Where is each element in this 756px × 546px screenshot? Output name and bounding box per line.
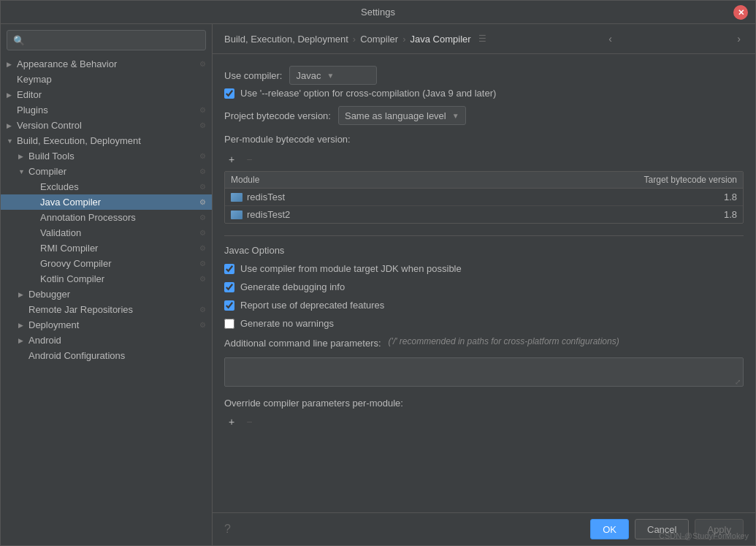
nav-back-button[interactable]: ‹ bbox=[606, 31, 615, 46]
additional-params-row: Additional command line parameters: ('/'… bbox=[224, 336, 744, 349]
javac-option-row-report-deprecated: Report use of deprecated features bbox=[224, 300, 744, 311]
table-header: Module Target bytecode version bbox=[225, 172, 743, 189]
settings-icon-version-control: ⚙ bbox=[199, 121, 206, 129]
project-bytecode-dropdown[interactable]: Same as language level ▼ bbox=[338, 106, 466, 125]
breadcrumb-sep2: › bbox=[402, 34, 405, 45]
col-version-header: Target bytecode version bbox=[591, 175, 737, 185]
javac-checkbox-report-deprecated[interactable] bbox=[224, 300, 234, 311]
sidebar-item-validation[interactable]: Validation⚙ bbox=[1, 225, 212, 240]
settings-icon-rmi-compiler: ⚙ bbox=[199, 244, 206, 252]
javac-checkbox-use-module-target-jdk[interactable] bbox=[224, 264, 234, 274]
javac-options-title: Javac Options bbox=[224, 245, 744, 256]
tree-arrow-build-tools: ▶ bbox=[18, 153, 28, 160]
expand-icon: ⤢ bbox=[735, 378, 741, 386]
javac-options-list: Use compiler from module target JDK when… bbox=[224, 263, 744, 329]
sidebar-item-annotation-processors[interactable]: Annotation Processors⚙ bbox=[1, 210, 212, 225]
sidebar-item-build-tools[interactable]: ▶Build Tools⚙ bbox=[1, 148, 212, 164]
tree-arrow-debugger: ▶ bbox=[18, 291, 28, 298]
additional-params-wrapper: ⤢ bbox=[224, 357, 744, 389]
settings-icon-annotation-processors: ⚙ bbox=[199, 213, 206, 221]
sidebar-item-label-android: Android bbox=[28, 335, 206, 346]
nav-forward-button[interactable]: › bbox=[734, 31, 744, 46]
table-row[interactable]: redisTest21.8 bbox=[225, 206, 743, 223]
settings-icon-plugins: ⚙ bbox=[199, 106, 206, 114]
module-icon bbox=[231, 193, 243, 202]
sidebar-item-label-editor: Editor bbox=[17, 89, 206, 100]
sidebar-item-appearance[interactable]: ▶Appearance & Behavior⚙ bbox=[1, 56, 212, 72]
settings-icon-compiler: ⚙ bbox=[199, 167, 206, 175]
additional-params-hint: ('/' recommended in paths for cross-plat… bbox=[389, 336, 619, 346]
sidebar-item-debugger[interactable]: ▶Debugger bbox=[1, 287, 212, 302]
sidebar-item-keymap[interactable]: Keymap bbox=[1, 72, 212, 87]
sidebar-item-label-build-tools: Build Tools bbox=[28, 151, 206, 162]
override-row: Override compiler parameters per-module: bbox=[224, 398, 744, 409]
col-module-header: Module bbox=[231, 175, 591, 185]
release-option-checkbox[interactable] bbox=[224, 88, 234, 99]
use-compiler-row: Use compiler: Javac ▼ bbox=[224, 66, 744, 85]
settings-icon-deployment: ⚙ bbox=[199, 321, 206, 329]
module-name: redisTest bbox=[247, 192, 285, 202]
sidebar-item-label-keymap: Keymap bbox=[17, 74, 206, 85]
table-row[interactable]: redisTest1.8 bbox=[225, 189, 743, 206]
settings-icon-java-compiler: ⚙ bbox=[199, 198, 206, 206]
sidebar-item-build-execution[interactable]: ▼Build, Execution, Deployment bbox=[1, 133, 212, 148]
settings-icon-remote-jar-repos: ⚙ bbox=[199, 306, 206, 314]
search-box[interactable]: 🔍 bbox=[7, 30, 206, 50]
sidebar-item-label-android-configurations: Android Configurations bbox=[28, 350, 206, 361]
pin-icon: ☰ bbox=[478, 34, 486, 44]
module-version: 1.8 bbox=[591, 192, 737, 202]
settings-icon-groovy-compiler: ⚙ bbox=[199, 259, 206, 268]
javac-label-report-deprecated: Report use of deprecated features bbox=[240, 300, 384, 311]
sidebar-item-compiler[interactable]: ▼Compiler⚙ bbox=[1, 164, 212, 179]
sidebar-item-label-debugger: Debugger bbox=[28, 289, 206, 300]
ok-button[interactable]: OK bbox=[590, 519, 629, 539]
additional-params-input[interactable] bbox=[224, 357, 744, 387]
dialog-content: 🔍 ▶Appearance & Behavior⚙Keymap▶EditorPl… bbox=[1, 24, 755, 545]
close-button[interactable]: ✕ bbox=[733, 5, 748, 20]
sidebar-item-rmi-compiler[interactable]: RMI Compiler⚙ bbox=[1, 240, 212, 256]
sidebar-item-editor[interactable]: ▶Editor bbox=[1, 87, 212, 102]
breadcrumb-part2: Compiler bbox=[360, 34, 398, 45]
tree-arrow-build-execution: ▼ bbox=[7, 137, 17, 145]
bytecode-dropdown-arrow-icon: ▼ bbox=[452, 112, 459, 120]
title-bar: Settings ✕ bbox=[1, 1, 755, 24]
project-bytecode-label: Project bytecode version: bbox=[224, 110, 331, 121]
sidebar-item-android-configurations[interactable]: Android Configurations bbox=[1, 348, 212, 363]
sidebar-item-label-kotlin-compiler: Kotlin Compiler bbox=[40, 273, 206, 284]
per-module-title: Per-module bytecode version: bbox=[224, 134, 744, 145]
tree-arrow-editor: ▶ bbox=[7, 91, 17, 99]
javac-label-generate-no-warnings: Generate no warnings bbox=[240, 318, 334, 329]
breadcrumb-sep1: › bbox=[353, 34, 356, 45]
sidebar-item-excludes[interactable]: Excludes⚙ bbox=[1, 179, 212, 194]
module-version: 1.8 bbox=[591, 209, 737, 220]
remove-module-button[interactable]: − bbox=[242, 152, 256, 167]
add-module-button[interactable]: + bbox=[224, 152, 239, 167]
search-input[interactable] bbox=[29, 35, 199, 45]
per-module-toolbar: + − bbox=[224, 152, 744, 167]
sidebar-item-label-version-control: Version Control bbox=[17, 120, 206, 131]
settings-dialog: Settings ✕ 🔍 ▶Appearance & Behavior⚙Keym… bbox=[0, 0, 756, 546]
dropdown-arrow-icon: ▼ bbox=[327, 72, 334, 80]
breadcrumb-part1: Build, Execution, Deployment bbox=[224, 34, 348, 45]
sidebar-item-label-excludes: Excludes bbox=[40, 181, 206, 192]
help-icon[interactable]: ? bbox=[224, 523, 231, 536]
sidebar-item-version-control[interactable]: ▶Version Control⚙ bbox=[1, 118, 212, 133]
javac-checkbox-generate-debugging-info[interactable] bbox=[224, 282, 234, 292]
javac-checkbox-generate-no-warnings[interactable] bbox=[224, 319, 234, 329]
javac-option-row-generate-debugging-info: Generate debugging info bbox=[224, 281, 744, 292]
override-add-button[interactable]: + bbox=[224, 414, 239, 429]
tree-arrow-deployment: ▶ bbox=[18, 322, 28, 329]
sidebar-item-kotlin-compiler[interactable]: Kotlin Compiler⚙ bbox=[1, 271, 212, 287]
main-panel: Build, Execution, Deployment › Compiler … bbox=[213, 24, 755, 545]
sidebar-item-android[interactable]: ▶Android bbox=[1, 333, 212, 348]
sidebar: 🔍 ▶Appearance & Behavior⚙Keymap▶EditorPl… bbox=[1, 24, 213, 545]
sidebar-item-deployment[interactable]: ▶Deployment⚙ bbox=[1, 317, 212, 333]
sidebar-item-java-compiler[interactable]: Java Compiler⚙ bbox=[1, 194, 212, 210]
sidebar-item-groovy-compiler[interactable]: Groovy Compiler⚙ bbox=[1, 256, 212, 271]
sidebar-item-plugins[interactable]: Plugins⚙ bbox=[1, 102, 212, 118]
override-remove-button[interactable]: − bbox=[242, 414, 256, 429]
sidebar-item-remote-jar-repos[interactable]: Remote Jar Repositories⚙ bbox=[1, 302, 212, 317]
override-toolbar: + − bbox=[224, 414, 744, 429]
settings-icon-build-tools: ⚙ bbox=[199, 152, 206, 160]
use-compiler-dropdown[interactable]: Javac ▼ bbox=[289, 66, 377, 85]
